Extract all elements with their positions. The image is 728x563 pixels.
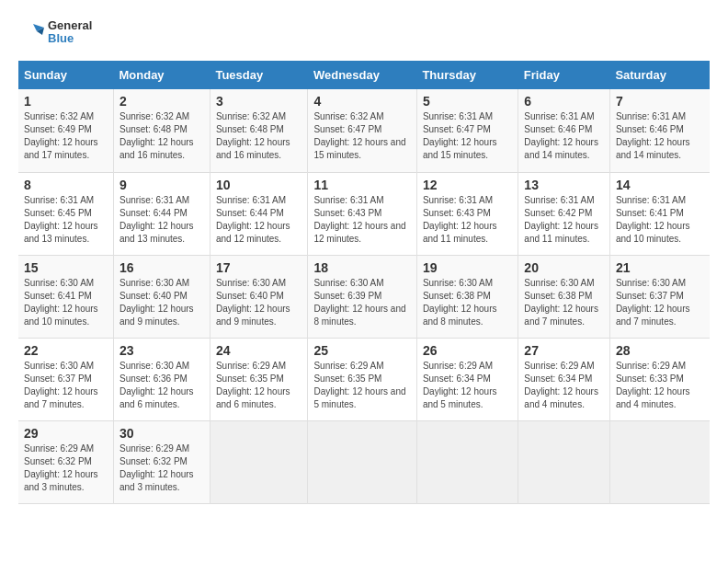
weekday-header-monday: Monday bbox=[113, 61, 210, 89]
calendar-cell: 12 Sunrise: 6:31 AM Sunset: 6:43 PM Dayl… bbox=[416, 172, 518, 255]
day-info: Sunrise: 6:29 AM Sunset: 6:32 PM Dayligh… bbox=[24, 442, 108, 494]
day-number: 11 bbox=[313, 178, 410, 192]
day-info: Sunrise: 6:31 AM Sunset: 6:46 PM Dayligh… bbox=[616, 110, 704, 162]
weekday-header-tuesday: Tuesday bbox=[210, 61, 308, 89]
calendar-cell: 10 Sunrise: 6:31 AM Sunset: 6:44 PM Dayl… bbox=[210, 172, 308, 255]
calendar-week-4: 22 Sunrise: 6:30 AM Sunset: 6:37 PM Dayl… bbox=[18, 338, 710, 420]
calendar-cell: 22 Sunrise: 6:30 AM Sunset: 6:37 PM Dayl… bbox=[18, 338, 113, 420]
calendar-cell: 14 Sunrise: 6:31 AM Sunset: 6:41 PM Dayl… bbox=[609, 172, 710, 255]
calendar-cell bbox=[609, 420, 710, 503]
calendar-cell: 27 Sunrise: 6:29 AM Sunset: 6:34 PM Dayl… bbox=[518, 338, 610, 420]
day-number: 28 bbox=[616, 343, 704, 358]
day-number: 23 bbox=[119, 343, 204, 358]
day-number: 5 bbox=[423, 94, 512, 109]
calendar-week-3: 15 Sunrise: 6:30 AM Sunset: 6:41 PM Dayl… bbox=[18, 255, 710, 338]
day-info: Sunrise: 6:30 AM Sunset: 6:40 PM Dayligh… bbox=[119, 277, 204, 328]
day-info: Sunrise: 6:32 AM Sunset: 6:49 PM Dayligh… bbox=[24, 110, 108, 162]
calendar-table: SundayMondayTuesdayWednesdayThursdayFrid… bbox=[18, 61, 710, 504]
day-info: Sunrise: 6:31 AM Sunset: 6:46 PM Dayligh… bbox=[524, 110, 604, 162]
day-info: Sunrise: 6:29 AM Sunset: 6:35 PM Dayligh… bbox=[216, 360, 302, 411]
calendar-cell: 18 Sunrise: 6:30 AM Sunset: 6:39 PM Dayl… bbox=[308, 255, 416, 338]
calendar-week-1: 1 Sunrise: 6:32 AM Sunset: 6:49 PM Dayli… bbox=[18, 89, 710, 172]
calendar-cell: 1 Sunrise: 6:32 AM Sunset: 6:49 PM Dayli… bbox=[18, 89, 113, 172]
calendar-cell: 13 Sunrise: 6:31 AM Sunset: 6:42 PM Dayl… bbox=[518, 172, 610, 255]
day-info: Sunrise: 6:30 AM Sunset: 6:37 PM Dayligh… bbox=[24, 360, 108, 411]
calendar-cell: 2 Sunrise: 6:32 AM Sunset: 6:48 PM Dayli… bbox=[113, 89, 210, 172]
day-info: Sunrise: 6:30 AM Sunset: 6:36 PM Dayligh… bbox=[119, 360, 204, 411]
calendar-cell: 28 Sunrise: 6:29 AM Sunset: 6:33 PM Dayl… bbox=[609, 338, 710, 420]
calendar-cell: 8 Sunrise: 6:31 AM Sunset: 6:45 PM Dayli… bbox=[18, 172, 113, 255]
day-info: Sunrise: 6:31 AM Sunset: 6:43 PM Dayligh… bbox=[423, 194, 512, 246]
day-number: 19 bbox=[423, 260, 512, 275]
day-info: Sunrise: 6:31 AM Sunset: 6:47 PM Dayligh… bbox=[423, 110, 512, 162]
logo-general: General bbox=[48, 19, 92, 32]
calendar-cell: 23 Sunrise: 6:30 AM Sunset: 6:36 PM Dayl… bbox=[113, 338, 210, 420]
day-number: 10 bbox=[216, 178, 302, 192]
weekday-header-saturday: Saturday bbox=[609, 61, 710, 89]
day-info: Sunrise: 6:31 AM Sunset: 6:44 PM Dayligh… bbox=[119, 194, 204, 246]
logo-blue: Blue bbox=[48, 32, 92, 45]
day-number: 29 bbox=[24, 426, 108, 441]
logo-bird-icon bbox=[18, 18, 46, 46]
day-info: Sunrise: 6:30 AM Sunset: 6:41 PM Dayligh… bbox=[24, 277, 108, 328]
weekday-header-sunday: Sunday bbox=[18, 61, 113, 89]
day-info: Sunrise: 6:31 AM Sunset: 6:43 PM Dayligh… bbox=[313, 194, 410, 246]
day-number: 16 bbox=[119, 260, 204, 275]
calendar-cell bbox=[308, 420, 416, 503]
day-number: 24 bbox=[216, 343, 302, 358]
calendar-cell: 24 Sunrise: 6:29 AM Sunset: 6:35 PM Dayl… bbox=[210, 338, 308, 420]
day-info: Sunrise: 6:30 AM Sunset: 6:39 PM Dayligh… bbox=[313, 277, 410, 328]
calendar-week-2: 8 Sunrise: 6:31 AM Sunset: 6:45 PM Dayli… bbox=[18, 172, 710, 255]
calendar-cell bbox=[210, 420, 308, 503]
calendar-cell bbox=[518, 420, 610, 503]
calendar-cell: 20 Sunrise: 6:30 AM Sunset: 6:38 PM Dayl… bbox=[518, 255, 610, 338]
calendar-cell: 7 Sunrise: 6:31 AM Sunset: 6:46 PM Dayli… bbox=[609, 89, 710, 172]
calendar-cell: 26 Sunrise: 6:29 AM Sunset: 6:34 PM Dayl… bbox=[416, 338, 518, 420]
day-number: 7 bbox=[616, 94, 704, 109]
day-number: 27 bbox=[524, 343, 604, 358]
day-number: 2 bbox=[119, 94, 204, 109]
day-number: 8 bbox=[24, 178, 108, 192]
calendar-cell: 21 Sunrise: 6:30 AM Sunset: 6:37 PM Dayl… bbox=[609, 255, 710, 338]
calendar-cell: 15 Sunrise: 6:30 AM Sunset: 6:41 PM Dayl… bbox=[18, 255, 113, 338]
day-info: Sunrise: 6:31 AM Sunset: 6:45 PM Dayligh… bbox=[24, 194, 108, 246]
day-number: 25 bbox=[313, 343, 410, 358]
calendar-cell: 19 Sunrise: 6:30 AM Sunset: 6:38 PM Dayl… bbox=[416, 255, 518, 338]
day-number: 20 bbox=[524, 260, 604, 275]
day-number: 14 bbox=[616, 178, 704, 192]
calendar-cell: 17 Sunrise: 6:30 AM Sunset: 6:40 PM Dayl… bbox=[210, 255, 308, 338]
day-info: Sunrise: 6:30 AM Sunset: 6:37 PM Dayligh… bbox=[616, 277, 704, 328]
day-number: 12 bbox=[423, 178, 512, 192]
day-info: Sunrise: 6:29 AM Sunset: 6:32 PM Dayligh… bbox=[119, 442, 204, 494]
day-info: Sunrise: 6:30 AM Sunset: 6:38 PM Dayligh… bbox=[423, 277, 512, 328]
calendar-cell: 30 Sunrise: 6:29 AM Sunset: 6:32 PM Dayl… bbox=[113, 420, 210, 503]
day-number: 21 bbox=[616, 260, 704, 275]
weekday-header-friday: Friday bbox=[518, 61, 610, 89]
calendar-cell: 11 Sunrise: 6:31 AM Sunset: 6:43 PM Dayl… bbox=[308, 172, 416, 255]
day-info: Sunrise: 6:31 AM Sunset: 6:42 PM Dayligh… bbox=[524, 194, 604, 246]
day-info: Sunrise: 6:29 AM Sunset: 6:35 PM Dayligh… bbox=[313, 360, 410, 411]
day-number: 3 bbox=[216, 94, 302, 109]
calendar-cell: 25 Sunrise: 6:29 AM Sunset: 6:35 PM Dayl… bbox=[308, 338, 416, 420]
day-info: Sunrise: 6:32 AM Sunset: 6:48 PM Dayligh… bbox=[119, 110, 204, 162]
day-number: 6 bbox=[524, 94, 604, 109]
day-number: 17 bbox=[216, 260, 302, 275]
day-info: Sunrise: 6:30 AM Sunset: 6:38 PM Dayligh… bbox=[524, 277, 604, 328]
logo: General Blue bbox=[18, 18, 92, 46]
day-info: Sunrise: 6:31 AM Sunset: 6:41 PM Dayligh… bbox=[616, 194, 704, 246]
day-number: 26 bbox=[423, 343, 512, 358]
day-number: 18 bbox=[313, 260, 410, 275]
calendar-cell bbox=[416, 420, 518, 503]
weekday-header-thursday: Thursday bbox=[416, 61, 518, 89]
calendar-cell: 3 Sunrise: 6:32 AM Sunset: 6:48 PM Dayli… bbox=[210, 89, 308, 172]
weekday-header-row: SundayMondayTuesdayWednesdayThursdayFrid… bbox=[18, 61, 710, 89]
calendar-cell: 9 Sunrise: 6:31 AM Sunset: 6:44 PM Dayli… bbox=[113, 172, 210, 255]
calendar-cell: 16 Sunrise: 6:30 AM Sunset: 6:40 PM Dayl… bbox=[113, 255, 210, 338]
calendar-cell: 5 Sunrise: 6:31 AM Sunset: 6:47 PM Dayli… bbox=[416, 89, 518, 172]
day-number: 4 bbox=[313, 94, 410, 109]
day-number: 9 bbox=[119, 178, 204, 192]
day-number: 30 bbox=[119, 426, 204, 441]
day-info: Sunrise: 6:31 AM Sunset: 6:44 PM Dayligh… bbox=[216, 194, 302, 246]
day-number: 22 bbox=[24, 343, 108, 358]
calendar-cell: 4 Sunrise: 6:32 AM Sunset: 6:47 PM Dayli… bbox=[308, 89, 416, 172]
